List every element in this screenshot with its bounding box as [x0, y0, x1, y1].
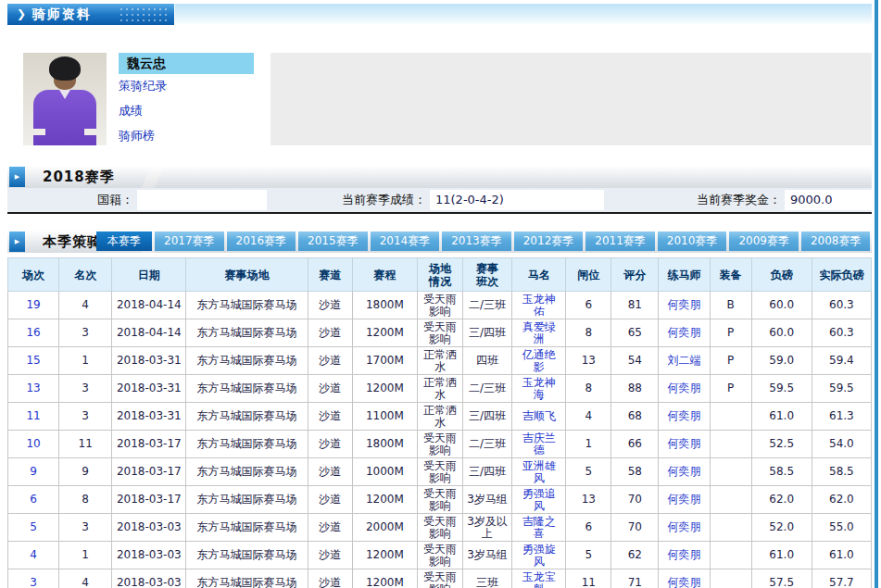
trainer-link[interactable]: 何奕朋: [667, 576, 700, 588]
tab-current-season[interactable]: 本赛季: [96, 231, 152, 251]
horse-name-link[interactable]: 亚洲雄风: [522, 459, 556, 484]
table-row: 532018-03-03东方马城国际赛马场沙道2000M受天雨影响3岁及以上吉隆…: [8, 514, 872, 542]
horse-name-link[interactable]: 亿通绝影: [522, 348, 556, 373]
race-number-link[interactable]: 10: [26, 437, 40, 450]
banner-arrow-icon: ❯: [17, 4, 26, 25]
cell-distance: 1100M: [352, 403, 417, 431]
cell-weight: 52.5: [751, 431, 812, 458]
cell-distance: 1800M: [352, 431, 417, 458]
tab-2013[interactable]: 2013赛季: [442, 231, 511, 251]
riding-records-panel: ▶ 本季策骑纪录 本赛季2017赛季2016赛季2015赛季2014赛季2013…: [7, 230, 872, 588]
cell-position: 4: [59, 292, 112, 319]
tab-2016[interactable]: 2016赛季: [227, 231, 296, 251]
race-number-link[interactable]: 13: [26, 382, 40, 394]
cell-track: 沙道: [308, 431, 352, 458]
tab-2010[interactable]: 2010赛季: [658, 231, 727, 251]
cell-position: 9: [59, 458, 112, 486]
race-number-link[interactable]: 3: [30, 576, 37, 588]
tab-2008[interactable]: 2008赛季: [801, 231, 871, 251]
table-header-row: 场次名次日期赛事场地赛道赛程场地情况赛事班次马名闸位评分练马师装备负磅实际负磅: [8, 258, 872, 292]
col-header-race-class: 赛事班次: [463, 258, 512, 292]
season-fields: 国籍：当前赛季成绩：11(2-0-4-2)当前赛季奖金：9000.0: [7, 188, 872, 212]
trainer-link[interactable]: 何奕朋: [667, 493, 700, 506]
trainer-link[interactable]: 何奕朋: [667, 548, 700, 561]
results-link[interactable]: 成绩: [119, 105, 167, 117]
horse-name-link[interactable]: 玉龙宝魁: [522, 570, 556, 588]
cell-actual-weight: 54.0: [812, 431, 871, 458]
cell-venue: 东方马城国际赛马场: [186, 403, 308, 431]
race-number-link[interactable]: 15: [26, 354, 40, 367]
cell-race-no: 11: [8, 403, 59, 431]
cell-track-condition: 受天雨影响: [417, 458, 462, 486]
page-banner: ❯ 骑师资料: [7, 4, 872, 25]
horse-name-link[interactable]: 勇强追风: [522, 487, 556, 512]
cell-track: 沙道: [308, 458, 352, 486]
cell-rating: 71: [611, 569, 659, 588]
jockey-ranking-link[interactable]: 骑师榜: [119, 130, 167, 142]
tab-2009[interactable]: 2009赛季: [729, 231, 799, 251]
horse-name-link[interactable]: 吉隆之喜: [522, 515, 556, 540]
cell-trainer: 何奕朋: [659, 292, 710, 319]
cell-horse: 真爱绿洲: [512, 319, 566, 347]
cell-gate: 5: [566, 458, 611, 486]
tab-2012[interactable]: 2012赛季: [514, 231, 584, 251]
cell-gear: [710, 514, 751, 542]
cell-gate: 8: [566, 375, 611, 403]
horse-name-link[interactable]: 吉顺飞: [522, 409, 556, 422]
cell-venue: 东方马城国际赛马场: [186, 569, 308, 588]
riding-record-link[interactable]: 策骑纪录: [119, 80, 167, 92]
horse-name-link[interactable]: 玉龙神佑: [522, 293, 556, 318]
table-row: 1332018-03-31东方马城国际赛马场沙道1200M正常洒水二/三班玉龙神…: [8, 375, 872, 403]
race-number-link[interactable]: 11: [26, 409, 40, 422]
cell-gear: [710, 403, 751, 431]
cell-track: 沙道: [308, 375, 352, 403]
trainer-link[interactable]: 何奕朋: [667, 382, 700, 394]
cell-venue: 东方马城国际赛马场: [186, 347, 308, 375]
cell-race-no: 13: [8, 375, 59, 403]
tab-2011[interactable]: 2011赛季: [585, 231, 655, 251]
race-number-link[interactable]: 19: [26, 298, 40, 311]
cell-track: 沙道: [308, 292, 352, 319]
cell-track: 沙道: [308, 569, 352, 588]
race-number-link[interactable]: 9: [30, 465, 37, 478]
cell-position: 1: [59, 542, 112, 569]
race-number-link[interactable]: 5: [30, 520, 37, 533]
horse-name-link[interactable]: 真爱绿洲: [522, 320, 556, 345]
cell-actual-weight: 58.5: [812, 458, 871, 486]
horse-name-link[interactable]: 玉龙神海: [522, 376, 556, 401]
cell-gate: 13: [566, 347, 611, 375]
records-table: 场次名次日期赛事场地赛道赛程场地情况赛事班次马名闸位评分练马师装备负磅实际负磅1…: [7, 257, 872, 588]
race-number-link[interactable]: 4: [30, 548, 37, 561]
horse-name-link[interactable]: 吉庆兰德: [522, 432, 556, 457]
cell-gate: 6: [566, 514, 611, 542]
cell-rating: 58: [611, 458, 659, 486]
cell-race-class: 3岁马组: [463, 486, 512, 514]
cell-venue: 东方马城国际赛马场: [186, 458, 308, 486]
cell-race-no: 10: [8, 431, 59, 458]
trainer-link[interactable]: 何奕朋: [667, 298, 700, 311]
col-header-horse: 马名: [512, 258, 566, 292]
trainer-link[interactable]: 何奕朋: [667, 465, 700, 478]
race-number-link[interactable]: 16: [26, 326, 40, 339]
banner-dots-decoration: [119, 6, 170, 22]
cell-weight: 60.0: [751, 319, 812, 347]
tab-2017[interactable]: 2017赛季: [155, 231, 224, 251]
trainer-link[interactable]: 何奕朋: [667, 409, 700, 422]
cell-track-condition: 正常洒水: [417, 375, 462, 403]
col-header-date: 日期: [112, 258, 186, 292]
trainer-link[interactable]: 何奕朋: [667, 520, 700, 533]
cell-track-condition: 受天雨影响: [417, 569, 462, 588]
tab-2015[interactable]: 2015赛季: [298, 231, 368, 251]
trainer-link[interactable]: 何奕朋: [667, 326, 700, 339]
cell-track: 沙道: [308, 319, 352, 347]
cell-track-condition: 受天雨影响: [417, 486, 462, 514]
horse-name-link[interactable]: 勇强旋风: [522, 543, 556, 568]
cell-trainer: 刘二端: [659, 347, 710, 375]
race-number-link[interactable]: 6: [30, 493, 37, 506]
cell-race-class: 三/四班: [463, 458, 512, 486]
trainer-link[interactable]: 何奕朋: [667, 437, 700, 450]
trainer-link[interactable]: 刘二端: [667, 354, 700, 367]
section-arrow-icon: ▶: [9, 231, 25, 252]
season-summary-panel: ▶ 2018赛季 国籍：当前赛季成绩：11(2-0-4-2)当前赛季奖金：900…: [7, 165, 872, 214]
tab-2014[interactable]: 2014赛季: [371, 231, 440, 251]
